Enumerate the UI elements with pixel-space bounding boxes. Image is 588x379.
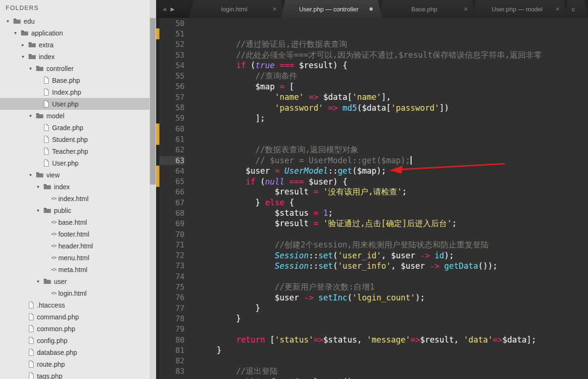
tree-item-user-php[interactable]: User.php [0,98,149,110]
sidebar-scrollbar-thumb[interactable] [150,18,156,185]
tree-item-index-html[interactable]: <>index.html [0,193,149,204]
line-number[interactable]: 56 [159,82,184,91]
tree-item-user-php[interactable]: User.php [0,157,149,169]
tree-item-menu-html[interactable]: <>menu.html [0,252,149,264]
code-line-50[interactable]: 50 [156,18,588,28]
close-icon[interactable]: × [464,5,468,12]
tree-item-index-php[interactable]: Index.php [0,86,149,98]
code-line-59[interactable]: 59 ]; [156,113,588,123]
line-number[interactable]: 79 [159,325,184,334]
code-line-61[interactable]: 61 [156,134,588,144]
tree-item-command-php[interactable]: command.php [0,311,149,323]
line-number[interactable]: 78 [159,314,184,323]
tree-item-extra[interactable]: ▸extra [0,39,149,51]
chevron-down-icon[interactable]: ▾ [37,279,44,284]
tree-item-controller[interactable]: ▾controller [0,62,149,74]
back-arrow-icon[interactable]: ◀ [162,6,166,12]
code-line-71[interactable]: 71 //创建2个session,用来检测用户登陆状态和防止重复登陆 [156,239,588,250]
line-number[interactable]: 53 [159,51,184,60]
code-line-51[interactable]: 51 [156,28,588,39]
line-number[interactable]: 82 [159,356,184,365]
chevron-down-icon[interactable]: ▾ [37,184,44,189]
tab-login-html[interactable]: login.html× [189,0,285,18]
tab-user-php-controller[interactable]: User.php — controller [281,0,382,18]
code-line-84[interactable]: 84 public function logout() [156,377,588,379]
chevron-down-icon[interactable]: ▾ [29,172,36,177]
tab-user-php-model[interactable]: User.php — model× [472,0,568,18]
tree-item-tags-php[interactable]: tags.php [0,370,149,379]
line-number[interactable]: 64 [159,167,184,176]
code-line-55[interactable]: 55 //查询条件 [156,71,588,81]
code-area[interactable]: 505152 //通过验证后,进行数据表查询53 //此处必须全等===才可以,… [156,18,588,379]
chevron-down-icon[interactable]: ▾ [14,30,21,35]
chevron-right-icon[interactable]: ▸ [22,42,28,47]
line-number[interactable]: 59 [159,114,184,123]
line-number[interactable]: 75 [159,282,184,291]
line-number[interactable]: 61 [159,135,184,144]
tree-item-route-php[interactable]: route.php [0,358,149,370]
tree-item-edu[interactable]: ▾edu [0,15,149,27]
code-line-70[interactable]: 70 [156,229,588,239]
tree-item-base-html[interactable]: <>base.html [0,216,149,228]
line-number[interactable]: 57 [159,93,184,102]
line-number[interactable]: 74 [159,272,184,281]
code-line-76[interactable]: 76 $user -> setInc('login_count'); [156,292,588,303]
tree-item-database-php[interactable]: database.php [0,346,149,358]
line-number[interactable]: 54 [159,61,184,70]
code-line-72[interactable]: 72 Session::set('user_id', $user -> id); [156,250,588,261]
code-line-62[interactable]: 62 //数据表查询,返回模型对象 [156,145,588,155]
tree-item-index[interactable]: ▾index [0,51,149,62]
line-number[interactable]: 76 [159,293,184,302]
line-number[interactable]: 63 [159,156,184,165]
chevron-down-icon[interactable]: ▾ [7,18,13,24]
sidebar-scrollbar[interactable] [149,0,156,379]
code-line-77[interactable]: 77 } [156,303,588,313]
tree-item-index[interactable]: ▾index [0,181,149,193]
code-line-81[interactable]: 81 } [156,345,588,355]
line-number[interactable]: 72 [159,251,184,260]
line-number[interactable]: 65 [159,177,184,186]
line-number[interactable]: 60 [159,124,184,133]
tree-item-model[interactable]: ▾model [0,110,149,122]
tree-item-footer-html[interactable]: <>footer.html [0,228,149,240]
line-number[interactable]: 69 [159,219,184,228]
tree-item-base-php[interactable]: Base.php [0,74,149,86]
line-number[interactable]: 66 [159,187,184,196]
forward-arrow-icon[interactable]: ▶ [170,6,174,12]
code-line-58[interactable]: 58 'password' => md5($data['password']) [156,102,588,113]
chevron-down-icon[interactable]: ▾ [22,54,28,59]
code-line-82[interactable]: 82 [156,356,588,366]
line-number[interactable]: 51 [159,29,184,38]
code-line-56[interactable]: 56 $map = [ [156,81,588,92]
line-number[interactable]: 81 [159,346,184,355]
code-line-79[interactable]: 79 [156,324,588,335]
code-line-63[interactable]: 63 // $user = UserModel::get($map); [156,155,588,166]
line-number[interactable]: 71 [159,240,184,249]
tree-item-teacher-php[interactable]: Teacher.php [0,145,149,157]
code-line-67[interactable]: 67 } else { [156,197,588,208]
tab-c[interactable]: c [564,0,588,18]
tree-item-config-php[interactable]: config.php [0,335,149,346]
tree-item-application[interactable]: ▾application [0,27,149,39]
tree-item-student-php[interactable]: Student.php [0,133,149,145]
code-line-60[interactable]: 60 [156,123,588,134]
chevron-down-icon[interactable]: ▾ [29,113,36,118]
line-number[interactable]: 68 [159,209,184,218]
close-icon[interactable]: × [272,5,277,12]
tree-item-public[interactable]: ▾public [0,204,149,216]
tree-item-user[interactable]: ▾user [0,275,149,287]
line-number[interactable]: 55 [159,71,184,80]
tree-item-htaccess[interactable]: .htaccess [0,299,149,311]
code-line-73[interactable]: 73 Session::set('user_info', $user -> ge… [156,261,588,271]
tree-item-login-html[interactable]: <>login.html [0,287,149,299]
code-line-68[interactable]: 68 $status = 1; [156,208,588,218]
line-number[interactable]: 73 [159,261,184,270]
code-line-83[interactable]: 83 //退出登陆 [156,366,588,377]
code-line-54[interactable]: 54 if (true === $result) { [156,60,588,71]
tree-item-header-html[interactable]: <>header.html [0,240,149,252]
code-line-64[interactable]: 64 $user = UserModel::get($map); [156,166,588,176]
close-icon[interactable]: × [555,5,560,12]
tree-item-grade-php[interactable]: Grade.php [0,122,149,133]
line-number[interactable]: 83 [159,367,184,376]
chevron-down-icon[interactable]: ▾ [29,66,36,71]
